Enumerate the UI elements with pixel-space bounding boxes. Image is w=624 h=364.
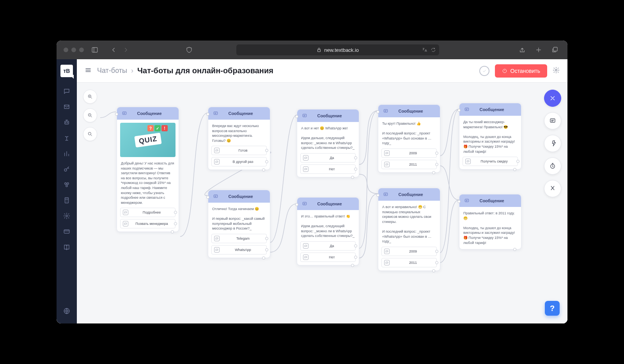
node-reply-button[interactable]: Подробнее [120, 208, 176, 217]
sidebar-toggle-icon[interactable] [89, 44, 100, 55]
rail-globe-icon[interactable] [60, 304, 74, 318]
rail-settings-icon[interactable] [60, 209, 74, 223]
node-reply-button[interactable]: 2011 [381, 258, 437, 267]
rail-calc-icon[interactable] [60, 193, 74, 207]
breadcrumb-current: Чат-боты для онлайн-образования [137, 66, 273, 75]
add-message-icon[interactable] [544, 112, 561, 129]
rail-bot-icon[interactable] [60, 115, 74, 129]
svg-rect-1 [318, 49, 321, 51]
traffic-min[interactable] [71, 48, 76, 52]
node-text: И это… правильный ответ! 👏 Идем дальше, … [300, 213, 356, 239]
node-reply-button[interactable]: 2009 [381, 247, 437, 256]
flow-node[interactable]: Сообщение А вот и неправильно! 😬 С помощ… [378, 188, 440, 271]
zoom-in-icon[interactable] [83, 90, 97, 104]
add-action-icon[interactable] [544, 135, 561, 152]
flow-node[interactable]: Сообщение Отлично! Тогда начинаем 😊 И пе… [208, 190, 270, 258]
node-reply-button[interactable]: Telegam [211, 234, 267, 243]
validate-icon[interactable] [479, 66, 489, 76]
message-icon [382, 108, 389, 115]
translate-icon[interactable] [422, 47, 427, 53]
gear-icon[interactable] [553, 67, 560, 75]
svg-rect-19 [550, 119, 555, 122]
zoom-fit-icon[interactable] [83, 127, 97, 141]
node-reply-button[interactable]: Получить скидку [463, 157, 518, 166]
svg-rect-23 [214, 195, 217, 198]
shield-icon[interactable] [184, 44, 195, 55]
rail-stats-icon[interactable] [60, 147, 74, 161]
rail-inbox-icon[interactable] [60, 100, 74, 114]
node-reply-button[interactable]: Позвать менеджера [120, 219, 176, 228]
breadcrumb-root[interactable]: Чат-боты [97, 67, 127, 75]
traffic-close[interactable] [64, 48, 68, 52]
rail-growth-icon[interactable] [60, 131, 74, 145]
svg-rect-29 [465, 199, 468, 202]
node-title: Сообщение [311, 113, 355, 118]
flow-node[interactable]: Сообщение ?✓! QUIZ Добрый день! У нас но… [117, 107, 179, 232]
zoom-out-icon[interactable] [83, 108, 97, 122]
rail-book-icon[interactable] [60, 240, 74, 254]
flow-node[interactable]: Сообщение А вот и нет 😊 WhatsApp же! Иде… [297, 109, 359, 177]
node-reply-button[interactable]: Да [300, 241, 356, 251]
flow-node[interactable]: Сообщение Правильный ответ: в 2011 году.… [459, 194, 521, 249]
help-button[interactable]: ? [545, 301, 560, 316]
close-panel-icon[interactable] [544, 90, 561, 107]
rail-card-icon[interactable] [60, 224, 74, 239]
svg-point-4 [66, 122, 66, 123]
url-bar[interactable]: new.textback.io [236, 44, 439, 55]
browser-window: new.textback.io тВ [57, 41, 567, 323]
rail-messages-icon[interactable] [60, 84, 74, 98]
node-reply-button[interactable]: Готов [211, 146, 267, 155]
node-text: Правильный ответ: в 2011 году. 😬 Молодец… [463, 210, 518, 246]
svg-point-11 [66, 215, 68, 217]
message-icon [212, 110, 219, 117]
top-bar: Чат-боты › Чат-боты для онлайн-образован… [77, 59, 567, 83]
svg-rect-26 [384, 110, 387, 112]
message-icon [463, 197, 470, 204]
message-icon [212, 193, 219, 200]
stop-button[interactable]: Остановить [495, 64, 547, 78]
flow-node[interactable]: Сообщение Впереди вас ждут несколько воп… [208, 107, 270, 170]
node-text: А вот и неправильно! 😬 С помощью специал… [381, 204, 437, 245]
svg-rect-10 [65, 198, 69, 203]
node-reply-button[interactable]: Да [300, 153, 356, 163]
hamburger-icon[interactable] [85, 67, 92, 75]
message-icon [382, 191, 389, 198]
reload-icon[interactable] [431, 47, 436, 53]
add-delay-icon[interactable] [544, 157, 561, 175]
node-reply-button[interactable]: 2011 [381, 160, 437, 169]
node-reply-button[interactable]: WhatsApp [211, 245, 267, 254]
node-title: Сообщение [473, 107, 517, 112]
flow-node[interactable]: Сообщение Да ты гений мессенджер-маркети… [459, 103, 521, 170]
browser-chrome: new.textback.io [57, 41, 567, 59]
rail-key-icon[interactable] [60, 162, 74, 176]
flow-node[interactable]: Сообщение И это… правильный ответ! 👏 Иде… [297, 197, 359, 265]
svg-rect-25 [303, 202, 306, 205]
svg-point-7 [65, 183, 67, 185]
tabs-icon[interactable] [550, 44, 560, 55]
node-text: Отлично! Тогда начинаем 😊 И первый вопро… [211, 206, 267, 232]
node-reply-button[interactable]: Нет [300, 164, 356, 174]
zoom-controls [83, 90, 97, 141]
svg-rect-3 [65, 121, 69, 124]
svg-rect-2 [553, 47, 557, 51]
nav-back-icon[interactable] [108, 44, 119, 55]
add-condition-icon[interactable] [544, 180, 561, 197]
flow-canvas[interactable]: ? [77, 83, 567, 323]
app-logo[interactable]: тВ [60, 65, 73, 77]
power-icon [502, 68, 507, 74]
node-reply-button[interactable]: В другой раз [211, 157, 267, 166]
new-tab-icon[interactable] [533, 44, 544, 55]
node-title: Сообщение [131, 111, 175, 116]
node-title: Сообщение [392, 192, 436, 197]
rail-people-icon[interactable] [60, 178, 74, 192]
svg-point-18 [88, 132, 91, 135]
share-icon[interactable] [517, 44, 528, 55]
node-reply-button[interactable]: 2009 [381, 148, 437, 158]
node-text: Добрый день! У нас новость для наших под… [120, 160, 176, 206]
node-reply-button[interactable]: Нет [300, 253, 356, 262]
message-icon [463, 106, 470, 113]
nav-forward-icon[interactable] [121, 44, 131, 55]
node-text: Да ты гений мессенджер-маркетинга! Прави… [463, 119, 518, 155]
traffic-max[interactable] [79, 48, 84, 52]
flow-node[interactable]: Сообщение Ты крут! Правильно! 👍 И послед… [378, 104, 440, 173]
